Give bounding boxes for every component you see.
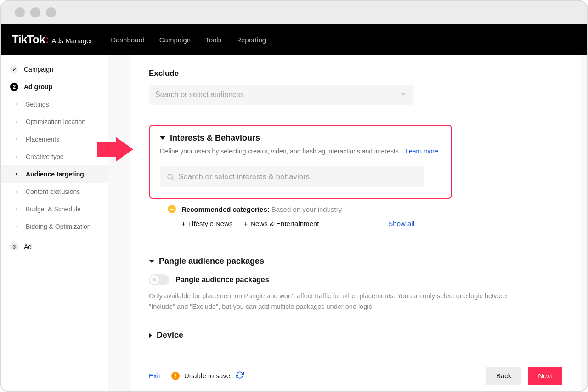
recommended-card: Recommended categories: Based on your in… <box>159 198 423 236</box>
adgroup-subnav: Settings Optimization location Placement… <box>1 96 108 235</box>
svg-line-2 <box>172 178 173 180</box>
svg-marker-0 <box>97 137 133 162</box>
footer-bar: Exit ! Unable to save Back Next <box>130 361 581 390</box>
sidebar-item-placements[interactable]: Placements <box>1 131 108 148</box>
show-all-link[interactable]: Show all <box>388 220 414 227</box>
nav-links: Dashboard Campaign Tools Reporting <box>111 36 266 44</box>
dot-icon <box>16 103 17 105</box>
pangle-desc: Only available for placement on Pangle a… <box>149 291 535 312</box>
brand-subtitle: Ads Manager <box>51 37 92 45</box>
pangle-title: Pangle audience packages <box>159 256 264 266</box>
pangle-toggle[interactable]: ✕ <box>149 274 169 285</box>
triangle-down-icon <box>160 136 165 140</box>
window-dot <box>15 7 25 17</box>
lightbulb-icon <box>168 205 176 213</box>
exclude-audience-select[interactable]: Search or select audiences <box>149 85 413 105</box>
pangle-header[interactable]: Pangle audience packages <box>149 256 562 266</box>
sidebar-item-budget-schedule[interactable]: Budget & Schedule <box>1 200 108 218</box>
recommended-chips: +Lifestyle News +News & Entertainment Sh… <box>181 220 414 227</box>
nav-reporting[interactable]: Reporting <box>236 36 266 44</box>
chevron-down-icon <box>400 91 407 99</box>
step-number-badge: 2 <box>10 83 18 91</box>
interests-header[interactable]: Interests & Behaviours <box>160 133 441 143</box>
step-label: Campaign <box>24 66 53 73</box>
step-adgroup[interactable]: 2 Ad group <box>1 78 108 96</box>
refresh-icon[interactable] <box>236 371 244 381</box>
step-label: Ad group <box>24 83 52 91</box>
toggle-knob: ✕ <box>150 275 159 284</box>
nav-dashboard[interactable]: Dashboard <box>111 36 144 44</box>
device-title: Device <box>157 330 183 340</box>
recommended-label: Recommended categories: <box>181 205 270 213</box>
content-card: Exclude Search or select audiences Inter… <box>130 55 581 391</box>
brand-name: TikTok <box>12 33 45 46</box>
chip-lifestyle-news[interactable]: +Lifestyle News <box>181 220 232 227</box>
recommended-header: Recommended categories: Based on your in… <box>168 205 414 213</box>
sidebar-item-bidding-optimization[interactable]: Bidding & Optimization <box>1 218 108 235</box>
save-status: Unable to save <box>184 372 230 380</box>
nav-tools[interactable]: Tools <box>205 36 221 44</box>
step-label: Ad <box>24 243 32 250</box>
step-campaign[interactable]: ✓ Campaign <box>1 61 108 78</box>
interests-search-placeholder: Search or select interests & behaviors <box>178 172 310 182</box>
window-dot <box>46 7 56 17</box>
step-number-badge: 3 <box>10 243 18 251</box>
brand-colon-icon: : <box>45 33 49 46</box>
sidebar-item-content-exclusions[interactable]: Content exclusions <box>1 183 108 200</box>
body: ✓ Campaign 2 Ad group Settings Optimizat… <box>1 55 587 391</box>
search-icon <box>166 173 175 181</box>
brand: TikTok : Ads Manager <box>12 33 92 46</box>
pangle-toggle-row: ✕ Pangle audience packages <box>149 274 562 285</box>
dot-icon <box>16 121 17 123</box>
svg-point-1 <box>168 174 173 179</box>
pangle-toggle-label: Pangle audience packages <box>175 276 269 284</box>
callout-arrow-icon <box>97 137 133 162</box>
dot-icon <box>16 208 17 210</box>
nav-campaign[interactable]: Campaign <box>159 36 191 44</box>
plus-icon: + <box>243 220 248 227</box>
exit-link[interactable]: Exit <box>149 372 160 380</box>
triangle-down-icon <box>149 260 154 263</box>
next-button[interactable]: Next <box>528 367 562 385</box>
triangle-right-icon <box>149 333 152 338</box>
titlebar <box>1 1 587 24</box>
top-nav: TikTok : Ads Manager Dashboard Campaign … <box>1 24 587 55</box>
window-dot <box>30 7 40 17</box>
recommended-subtitle: Based on your industry <box>271 205 342 213</box>
dot-icon <box>16 138 17 140</box>
footer-actions: Back Next <box>486 367 562 385</box>
interests-search-input[interactable]: Search or select interests & behaviors <box>160 166 424 187</box>
dot-icon <box>16 191 17 193</box>
sidebar-item-creative-type[interactable]: Creative type <box>1 148 108 165</box>
sidebar: ✓ Campaign 2 Ad group Settings Optimizat… <box>1 55 108 391</box>
dot-icon <box>16 226 17 227</box>
interests-behaviours-section: Interests & Behaviours Define your users… <box>149 125 452 199</box>
exclude-section: Exclude Search or select audiences <box>149 69 562 105</box>
warning-icon: ! <box>171 372 180 380</box>
device-header[interactable]: Device <box>149 330 562 340</box>
back-button[interactable]: Back <box>486 367 521 385</box>
chip-news-entertainment[interactable]: +News & Entertainment <box>243 220 319 227</box>
interests-desc: Define your users by selecting creator, … <box>160 148 401 155</box>
exclude-title: Exclude <box>149 69 562 78</box>
dot-icon <box>16 156 17 158</box>
exclude-placeholder: Search or select audiences <box>155 91 244 99</box>
interests-description-row: Define your users by selecting creator, … <box>160 147 441 156</box>
pangle-section: Pangle audience packages ✕ Pangle audien… <box>149 256 562 312</box>
step-ad[interactable]: 3 Ad <box>1 238 108 256</box>
sidebar-item-audience-targeting[interactable]: Audience targeting <box>1 165 108 183</box>
interests-title: Interests & Behaviours <box>170 133 260 143</box>
check-icon: ✓ <box>10 65 18 74</box>
browser-window: TikTok : Ads Manager Dashboard Campaign … <box>0 0 588 392</box>
plus-icon: + <box>181 220 186 227</box>
sidebar-item-settings[interactable]: Settings <box>1 96 108 113</box>
sidebar-item-optimization-location[interactable]: Optimization location <box>1 113 108 131</box>
content-wrap: Exclude Search or select audiences Inter… <box>108 55 587 391</box>
dot-icon <box>16 173 17 175</box>
learn-more-link[interactable]: Learn more <box>405 148 438 155</box>
